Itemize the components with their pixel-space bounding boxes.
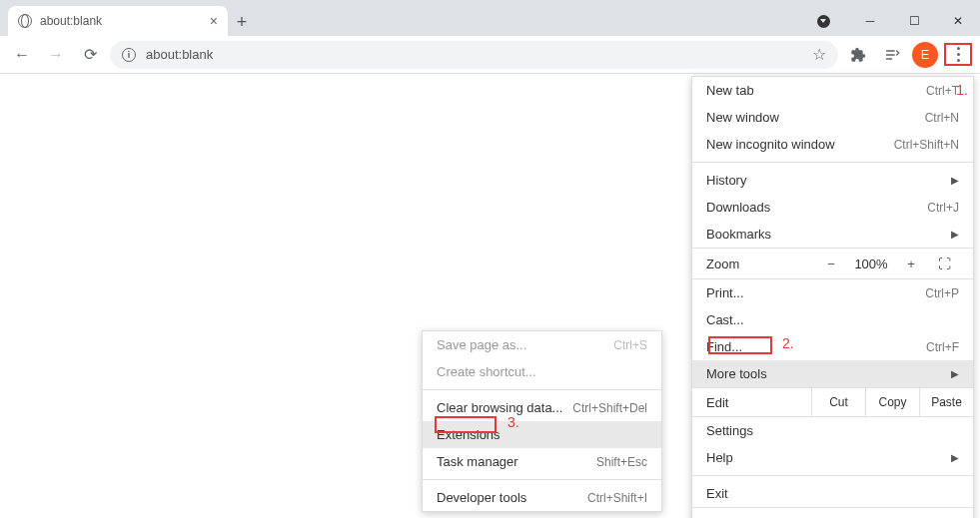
cut-button[interactable]: Cut [811,388,865,416]
menu-history[interactable]: History ▶ [692,167,973,194]
menu-separator [692,162,973,163]
chevron-right-icon: ▶ [951,452,959,463]
copy-button[interactable]: Copy [865,388,919,416]
globe-icon [18,14,32,28]
submenu-dev-tools[interactable]: Developer tools Ctrl+Shift+I [423,484,661,511]
paste-button[interactable]: Paste [919,388,973,416]
menu-separator [692,475,973,476]
zoom-level: 100% [849,257,893,271]
submenu-task-manager[interactable]: Task manager Shift+Esc [423,448,661,475]
maximize-button[interactable]: ☐ [892,6,936,36]
menu-separator [423,389,661,390]
menu-help[interactable]: Help ▶ [692,444,973,471]
menu-button[interactable] [948,47,968,62]
site-info-icon[interactable]: i [122,48,136,62]
profile-avatar[interactable]: E [912,42,938,68]
media-control-icon[interactable] [878,41,906,69]
chevron-right-icon: ▶ [951,229,959,240]
browser-toolbar: ← → ⟳ i about:blank ☆ E [0,36,980,74]
browser-tab[interactable]: about:blank × [8,6,228,36]
chevron-right-icon: ▶ [951,175,959,186]
minimize-button[interactable]: ─ [848,6,892,36]
chevron-right-icon: ▶ [951,368,959,379]
menu-zoom: Zoom − 100% + ⛶ [692,248,973,279]
address-bar[interactable]: i about:blank ☆ [110,41,838,69]
annotation-box-1 [944,43,972,66]
menu-cast[interactable]: Cast... [692,306,973,333]
fullscreen-button[interactable]: ⛶ [929,257,959,271]
menu-more-tools[interactable]: More tools ▶ [692,360,973,387]
close-tab-icon[interactable]: × [210,13,218,29]
window-controls: ─ ☐ ✕ [804,6,980,36]
browser-titlebar: about:blank × + ─ ☐ ✕ [0,0,980,36]
zoom-out-button[interactable]: − [813,257,849,271]
account-indicator-icon[interactable] [804,6,848,36]
forward-button[interactable]: → [42,41,70,69]
menu-edit: Edit Cut Copy Paste [692,387,973,417]
tab-title: about:blank [40,14,102,28]
menu-bookmarks[interactable]: Bookmarks ▶ [692,221,973,248]
new-tab-button[interactable]: + [228,8,256,36]
menu-new-incognito[interactable]: New incognito window Ctrl+Shift+N [692,131,973,158]
submenu-save-page[interactable]: Save page as... Ctrl+S [423,331,661,358]
menu-new-tab[interactable]: New tab Ctrl+T [692,77,973,104]
menu-separator [423,479,661,480]
main-menu: New tab Ctrl+T New window Ctrl+N New inc… [691,76,974,518]
url-text: about:blank [146,47,213,62]
close-window-button[interactable]: ✕ [936,6,980,36]
submenu-create-shortcut[interactable]: Create shortcut... [423,358,661,385]
bookmark-star-icon[interactable]: ☆ [812,45,826,64]
menu-downloads[interactable]: Downloads Ctrl+J [692,194,973,221]
menu-find[interactable]: Find... Ctrl+F [692,333,973,360]
menu-settings[interactable]: Settings [692,417,973,444]
more-tools-submenu: Save page as... Ctrl+S Create shortcut..… [422,330,662,512]
zoom-in-button[interactable]: + [893,257,929,271]
back-button[interactable]: ← [8,41,36,69]
menu-print[interactable]: Print... Ctrl+P [692,279,973,306]
submenu-clear-data[interactable]: Clear browsing data... Ctrl+Shift+Del [423,394,661,421]
submenu-extensions[interactable]: Extensions [423,421,661,448]
menu-managed[interactable]: Managed by your organization [692,507,973,518]
extensions-puzzle-icon[interactable] [844,41,872,69]
menu-exit[interactable]: Exit [692,480,973,507]
menu-new-window[interactable]: New window Ctrl+N [692,104,973,131]
reload-button[interactable]: ⟳ [76,41,104,69]
